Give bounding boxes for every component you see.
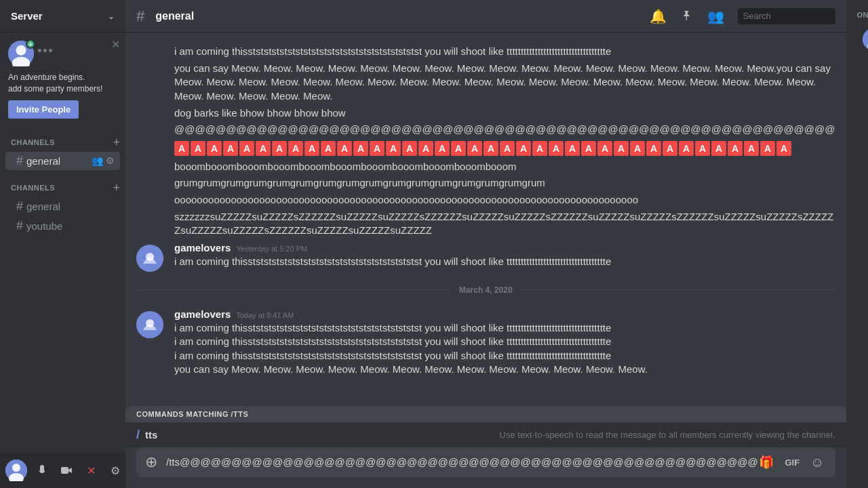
message-timestamp: Yesterday at 5:20 PM <box>236 245 307 253</box>
emoji-block: A <box>386 141 401 156</box>
message-group-gamelovers1: gamelovers Yesterday at 5:20 PM i am com… <box>125 239 846 272</box>
message-item: oooooooooooooooooooooooooooooooooooooooo… <box>125 192 846 209</box>
message-author-name: gamelovers <box>174 242 231 253</box>
channel-name2: general <box>26 201 115 212</box>
add-voice-channel-icon[interactable]: + <box>113 182 120 194</box>
message-item: you can say Meow. Meow. Meow. Meow. Meow… <box>125 60 846 105</box>
emoji-block: A <box>581 141 596 156</box>
message-author-line: gamelovers Yesterday at 5:20 PM <box>174 242 835 253</box>
command-item-tts[interactable]: / tts Use text-to-speech to read the mes… <box>125 422 846 447</box>
emoji-block: A <box>272 141 287 156</box>
message-item: booombooombooombooombooombooombooombooom… <box>125 159 846 176</box>
member-avatar <box>863 28 868 50</box>
channel-item-general[interactable]: # general 👥 ⚙ <box>5 152 120 170</box>
date-divider: March 4, 2020 <box>125 274 846 306</box>
message-content: you can say Meow. Meow. Meow. Meow. Meow… <box>174 62 835 104</box>
chevron-down-icon: ⌄ <box>108 12 115 21</box>
close-button[interactable]: ✕ <box>81 461 100 480</box>
commands-label: COMMANDS MATCHING <box>136 410 231 418</box>
message-avatar2 <box>136 311 163 338</box>
emoji-button[interactable]: ☺ <box>810 455 824 470</box>
emoji-block: A <box>337 141 352 156</box>
messages-area[interactable]: i am coming thisstststststststststststst… <box>125 33 846 406</box>
message-item: grumgrumgrumgrumgrumgrumgrumgrumgrumgrum… <box>125 175 846 192</box>
message-timestamp2: Today at 9:41 AM <box>236 311 294 319</box>
user-panel-controls: ✕ ⚙ <box>33 461 125 480</box>
message-content: szzzzzzsuZZZZZsuZZZZZsZZZZZZsuZZZZZsuZZZ… <box>174 210 835 238</box>
input-box: ⊕ 🎁 GIF ☺ <box>136 447 835 477</box>
channel-name3: youtube <box>26 220 115 232</box>
message-content: grumgrumgrumgrumgrumgrumgrumgrumgrumgrum… <box>174 176 835 190</box>
emoji-block: A <box>630 141 645 156</box>
message-content4: you can say Meow. Meow. Meow. Meow. Meow… <box>174 363 835 377</box>
server-header[interactable]: Server ⌄ <box>0 0 125 33</box>
emoji-block: A <box>321 141 336 156</box>
channel-hash-icon2: # <box>16 199 23 214</box>
emoji-block: A <box>516 141 531 156</box>
emoji-block: A <box>304 141 319 156</box>
message-avatar <box>136 245 163 272</box>
input-area: ⊕ 🎁 GIF ☺ <box>125 447 846 488</box>
server-name: Server <box>11 10 43 22</box>
bell-icon[interactable]: 🔔 <box>650 8 667 24</box>
channel-hash-icon: # <box>16 154 23 168</box>
emoji-block: A <box>435 141 450 156</box>
channels-label: CHANNELS <box>11 138 55 146</box>
command-name: tts <box>145 429 157 441</box>
add-channel-icon[interactable]: + <box>113 136 120 148</box>
settings-button[interactable]: ⚙ <box>106 461 125 480</box>
message-content: dog barks like bhow bhow bhow bhow <box>174 106 835 121</box>
emoji-block: A <box>614 141 629 156</box>
svg-point-4 <box>12 464 20 472</box>
message-content2: i am coming thisstststststststststststst… <box>174 335 835 349</box>
mic-button[interactable] <box>33 461 52 480</box>
user-promo: ✕ + An adventure begins. add so <box>0 33 125 125</box>
message-item: @@@@@@@@@@@@@@@@@@@@@@@@@@@@@@@@@@@@@@@@… <box>125 121 846 138</box>
commands-query: /tts <box>231 410 249 418</box>
emoji-block: A <box>288 141 303 156</box>
channel-header-name: general <box>155 10 194 22</box>
message-content1: i am coming thisstststststststststststst… <box>174 321 835 336</box>
dot <box>38 49 41 52</box>
emoji-block: A <box>239 141 254 156</box>
message-author-line2: gamelovers Today at 9:41 AM <box>174 308 835 320</box>
user-dots <box>38 49 52 52</box>
right-sidebar: ONLINE — 1 gamelo... <box>846 0 868 488</box>
message-content: booombooombooombooombooombooombooombooom… <box>174 160 835 174</box>
search-box[interactable]: Search <box>738 8 835 24</box>
divider-line <box>136 289 451 290</box>
promo-text: An adventure begins. add some party memb… <box>8 72 117 95</box>
emoji-block: A <box>679 141 694 156</box>
emoji-block: A <box>402 141 417 156</box>
members-icon[interactable]: 👥 <box>707 8 724 24</box>
channel-item-youtube[interactable]: # youtube <box>5 217 120 235</box>
invite-people-button[interactable]: Invite People <box>8 100 79 119</box>
pin-icon[interactable]: 🖈 <box>680 8 694 24</box>
emoji-block: A <box>776 141 791 156</box>
message-input[interactable] <box>166 448 759 477</box>
message-content3: i am coming thisstststststststststststst… <box>174 349 835 363</box>
user-panel: ✕ ⚙ <box>0 453 125 488</box>
emoji-block: A <box>663 141 677 156</box>
settings-icon[interactable]: ⚙ <box>106 155 115 166</box>
video-button[interactable] <box>57 461 76 480</box>
avatar-wrap: + <box>8 41 34 66</box>
search-placeholder: Search <box>743 11 771 21</box>
add-attachment-button[interactable]: ⊕ <box>139 450 163 474</box>
channel-item-general2[interactable]: # general <box>5 197 120 216</box>
emoji-block: A <box>646 141 661 156</box>
message-content: @@@@@@@@@@@@@@@@@@@@@@@@@@@@@@@@@@@@@@@@… <box>174 123 835 137</box>
emoji-block: A <box>256 141 271 156</box>
date-divider-text: March 4, 2020 <box>459 285 513 295</box>
message-item: i am coming thisstststststststststststst… <box>125 43 846 60</box>
voice-channels-section-header: CHANNELS + <box>0 171 125 197</box>
commands-header: COMMANDS MATCHING /tts <box>125 406 846 422</box>
gift-icon[interactable]: 🎁 <box>759 455 774 470</box>
member-item[interactable]: gamelo... <box>852 24 868 54</box>
main-content: # general 🔔 🖈 👥 Search i am coming thiss… <box>125 0 846 488</box>
message-content: oooooooooooooooooooooooooooooooooooooooo… <box>174 193 835 207</box>
emoji-block: A <box>223 141 238 156</box>
message-author-name2: gamelovers <box>174 308 231 320</box>
close-icon[interactable]: ✕ <box>111 38 120 51</box>
gif-button[interactable]: GIF <box>785 458 800 468</box>
